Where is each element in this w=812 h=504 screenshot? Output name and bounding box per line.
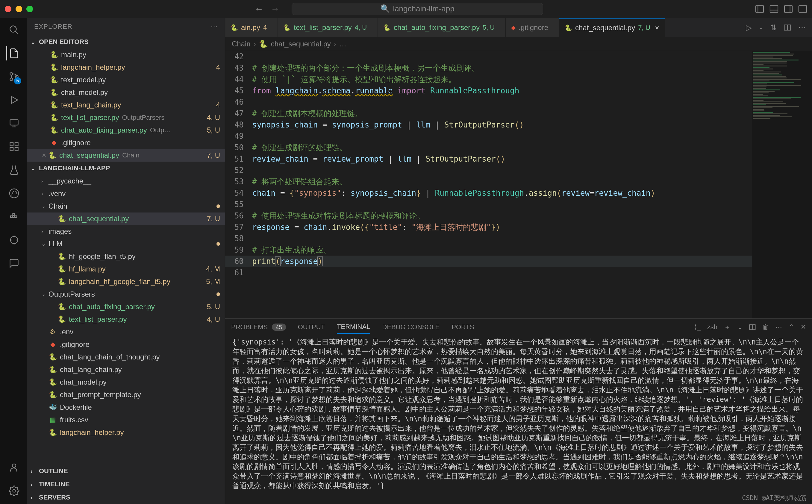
code-line: response = chain.invoke({"title": "海滩上日落… [252, 221, 500, 233]
file-item[interactable]: 🐍langchain_hf_google_flan_t5.py5, M [27, 275, 225, 288]
explorer-activity-icon[interactable] [6, 46, 21, 60]
project-section[interactable]: ⌄LANGCHAIN-LLM-APP [27, 162, 225, 175]
editor-tab[interactable]: 🐍chat_sequential.py7, U× [559, 18, 665, 37]
open-editor-item[interactable]: 🐍main.py [27, 48, 225, 61]
terminal-dropdown-icon[interactable]: ⌄ [737, 323, 743, 331]
customize-layout-icon[interactable] [798, 4, 807, 13]
terminal-output[interactable]: {'synopsis': '《海滩上日落时的悲剧》是一个关于爱、失去和悲伤的故事… [225, 336, 812, 504]
open-editor-item[interactable]: 🐍text_list_parser.pyOutputParsers4, U [27, 111, 225, 124]
code-line: # 创建生成剧评的处理链。 [252, 142, 347, 153]
panel-tab-problems[interactable]: PROBLEMS 45 [231, 321, 286, 333]
panel-tab-ports[interactable]: PORTS [452, 321, 474, 333]
svg-rect-17 [15, 143, 18, 146]
maximize-window[interactable] [26, 6, 33, 12]
main-area: 🐍ain.py4🐍text_list_parser.py4, U🐍chat_au… [225, 18, 812, 504]
open-editors-section[interactable]: ⌄OPEN EDITORS [27, 35, 225, 48]
layout-secondary-icon[interactable] [784, 4, 793, 13]
editor-tab[interactable]: 🐍chat_auto_fixing_parser.py5, U [378, 18, 506, 37]
run-dropdown-icon[interactable]: ⌄ [759, 25, 763, 31]
more-panel-icon[interactable]: ⋯ [775, 323, 782, 331]
more-editor-icon[interactable]: ⋯ [798, 23, 806, 32]
nav-back-icon[interactable]: ← [253, 4, 265, 14]
folder-item[interactable]: ⌄LLM [27, 238, 225, 250]
file-item[interactable]: 🐍chat_lang_chain.py [27, 363, 225, 376]
more-icon[interactable]: ⋯ [211, 23, 218, 31]
file-item[interactable]: 🐍hf_google_flan_t5.py [27, 250, 225, 263]
open-editor-item[interactable]: 🐍text_model.py [27, 74, 225, 86]
file-item[interactable]: 🐍chat_sequential.py7, U [27, 212, 225, 225]
layout-panel-icon[interactable] [770, 4, 778, 13]
file-item[interactable]: 🐍text_list_parser.py4, U [27, 313, 225, 326]
open-editor-item[interactable]: 🐍chat_model.py [27, 86, 225, 99]
run-activity-icon[interactable] [6, 93, 21, 107]
command-center[interactable]: 🔍 langchain-llm-app [292, 3, 543, 15]
terminal-shell-label: zsh [707, 323, 717, 331]
svg-rect-21 [10, 216, 12, 218]
run-file-icon[interactable]: ▷ [746, 23, 752, 32]
breadcrumb[interactable]: Chain › 🐍 chat_sequential.py › … [225, 37, 812, 51]
panel-tab-output[interactable]: OUTPUT [298, 321, 325, 333]
chat-activity-icon[interactable] [6, 256, 21, 271]
minimize-window[interactable] [16, 6, 22, 12]
trash-icon[interactable]: 🗑 [762, 323, 769, 331]
accounts-icon[interactable] [6, 460, 21, 475]
svg-rect-19 [15, 148, 18, 151]
code-editor[interactable]: 4243# 创建处理链的两个部分：一个生成剧本梗概，另一个生成剧评。44# 使用… [225, 51, 752, 318]
timeline-section[interactable]: ›TIMELINE [27, 478, 225, 491]
compare-icon[interactable]: ⇅ [770, 23, 777, 32]
file-item[interactable]: 🐍langchain_helper.py [27, 426, 225, 439]
folder-item[interactable]: ⌄Chain [27, 200, 225, 212]
open-editor-item[interactable]: ×🐍chat_sequential.pyChain7, U [27, 149, 225, 162]
file-item[interactable]: 🐍chat_model.py [27, 376, 225, 388]
svg-point-7 [10, 26, 16, 32]
new-terminal-icon[interactable]: ＋ [724, 323, 731, 332]
panel-tab-debug[interactable]: DEBUG CONSOLE [382, 321, 440, 333]
debug-icon[interactable] [6, 233, 21, 247]
extensions-activity-icon[interactable] [6, 139, 21, 154]
close-editor-icon[interactable]: × [42, 151, 46, 160]
panel-close-icon[interactable]: ✕ [801, 323, 806, 331]
folder-item[interactable]: ›__pycache__ [27, 175, 225, 187]
open-editor-item[interactable]: 🐍chat_auto_fixing_parser.pyOutp…5, U [27, 124, 225, 136]
editor-tab[interactable]: 🐍text_list_parser.py4, U [278, 18, 378, 37]
file-item[interactable]: ▦fruits.csv [27, 414, 225, 426]
github-activity-icon[interactable] [6, 186, 21, 201]
scm-activity-icon[interactable]: 5 [6, 69, 21, 84]
code-line: # 将两个处理链组合起来。 [252, 176, 347, 187]
file-item[interactable]: 🐍chat_prompt_template.py [27, 388, 225, 401]
close-tab-icon[interactable]: × [655, 24, 659, 32]
file-item[interactable]: 🐳Dockerfile [27, 401, 225, 414]
layout-primary-icon[interactable] [755, 4, 764, 13]
open-editor-item[interactable]: 🐍langchain_helper.py4 [27, 61, 225, 74]
svg-point-20 [10, 189, 19, 198]
editor-tab[interactable]: 🐍ain.py4 [225, 18, 278, 37]
folder-item[interactable]: ⌄OutputParsers [27, 288, 225, 300]
servers-section[interactable]: ›SERVERS [27, 491, 225, 504]
file-item[interactable]: 🐍hf_llama.py4, M [27, 263, 225, 275]
svg-rect-2 [770, 5, 778, 12]
nav-forward-icon[interactable]: → [269, 4, 281, 14]
open-editor-item[interactable]: 🐍text_lang_chain.py4 [27, 99, 225, 111]
file-item[interactable]: 🐍chat_auto_fixing_parser.py5, U [27, 300, 225, 313]
folder-item[interactable]: ›images [27, 225, 225, 238]
search-activity-icon[interactable] [6, 23, 21, 37]
terminal-shell-icon[interactable]: ⟩_ [694, 323, 701, 331]
minimap[interactable] [752, 51, 812, 318]
close-window[interactable] [5, 6, 11, 12]
open-editor-item[interactable]: ◆.gitignore [27, 136, 225, 149]
editor-tab[interactable]: ◆.gitignore [506, 18, 559, 37]
project-tree: ›__pycache__›.venv⌄Chain🐍chat_sequential… [27, 175, 225, 464]
file-item[interactable]: 🐍chat_lang_chain_of_thought.py [27, 351, 225, 363]
folder-item[interactable]: ›.venv [27, 187, 225, 200]
testing-activity-icon[interactable] [6, 163, 21, 177]
split-editor-icon[interactable] [784, 24, 791, 31]
remote-activity-icon[interactable] [6, 116, 21, 130]
outline-section[interactable]: ›OUTLINE [27, 464, 225, 478]
file-item[interactable]: ⚙.env [27, 326, 225, 338]
settings-gear-icon[interactable] [6, 484, 21, 498]
docker-activity-icon[interactable] [6, 210, 21, 224]
split-terminal-icon[interactable] [749, 324, 756, 330]
file-item[interactable]: ◆.gitignore [27, 338, 225, 351]
panel-maximize-icon[interactable]: ⌃ [789, 323, 794, 331]
panel-tab-terminal[interactable]: TERMINAL [337, 321, 370, 334]
